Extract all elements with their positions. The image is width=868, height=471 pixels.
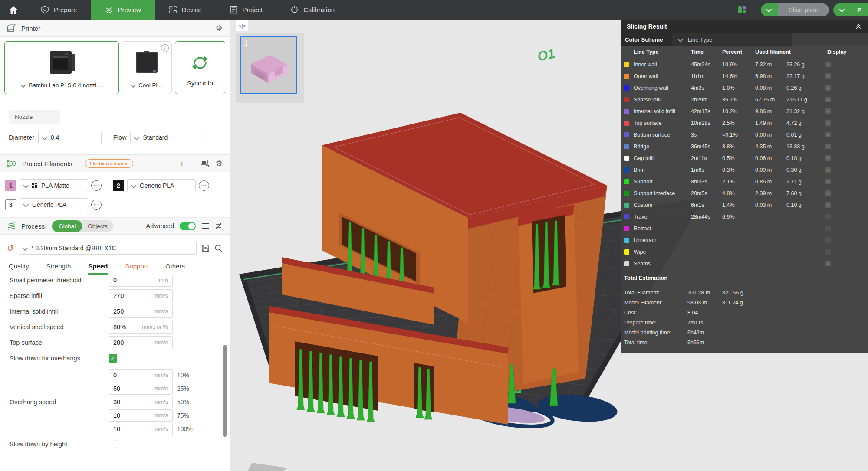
slice-options-dropdown[interactable] (761, 3, 778, 16)
setting-input-internal-solid-infill[interactable]: 250mm/s (108, 305, 173, 318)
filament-select[interactable]: Generic PLA (127, 179, 196, 192)
display-checkbox[interactable]: ✓ (825, 144, 831, 149)
filament-index-chip[interactable]: 1 (5, 180, 16, 191)
process-tab-strength[interactable]: Strength (46, 262, 71, 275)
filament-list: 1PLA Matte···2Generic PLA···3Generic PLA… (0, 172, 230, 217)
tab-calibration[interactable]: Calibration (276, 0, 349, 20)
tab-preview[interactable]: Preview (91, 0, 155, 20)
filament-select[interactable]: PLA Matte (20, 179, 88, 192)
collapse-panel-icon[interactable] (855, 24, 862, 29)
filament-options-button[interactable]: ··· (91, 180, 102, 191)
reset-preset-icon[interactable]: ↺ (7, 244, 14, 252)
nozzle-diameter-select[interactable]: 0.4 (38, 131, 102, 144)
filament-select[interactable]: Generic PLA (20, 198, 88, 211)
slice-plate-button[interactable]: Slice plate (778, 3, 829, 16)
info-icon[interactable]: i (161, 44, 169, 52)
tab-project[interactable]: Project (216, 0, 277, 20)
setting-input-vertical-shell-speed[interactable]: 80%mm/s or % (108, 321, 173, 334)
filament-options-button[interactable]: ··· (91, 200, 102, 210)
print-options-dropdown[interactable] (833, 3, 851, 16)
ams-sync-icon[interactable] (201, 160, 210, 167)
setting-input-small-perimeter-threshold[interactable]: 0mm (108, 275, 173, 287)
nozzle-flow-select[interactable]: Standard (130, 131, 204, 144)
display-checkbox[interactable]: ✓ (825, 179, 831, 184)
scope-global-option[interactable]: Global (52, 220, 82, 232)
setting-checkbox-slow-down-by-height[interactable] (108, 440, 117, 448)
sync-info-button[interactable]: Sync info (175, 41, 225, 94)
display-checkbox[interactable]: ✓ (825, 190, 831, 196)
filament-name: Generic PLA (140, 182, 174, 189)
display-checkbox[interactable]: ✓ (825, 120, 831, 126)
plate-thumbnail[interactable]: 1 (240, 36, 297, 94)
process-preset-select[interactable]: * 0.20mm Standard @BBL X1C (19, 242, 197, 255)
arrange-plates-icon[interactable] (737, 5, 746, 14)
remove-filament-button[interactable]: − (190, 160, 195, 168)
filament-options-button[interactable]: ··· (199, 180, 209, 191)
printer-cards: Bambu Lab P1S 0.4 nozzl... i Cool Pl... (0, 37, 230, 98)
printer-settings-gear-icon[interactable]: ⚙ (216, 24, 223, 32)
printer-card[interactable]: Bambu Lab P1S 0.4 nozzl... (4, 41, 119, 94)
display-checkbox[interactable]: ✓ (825, 85, 831, 91)
display-checkbox[interactable]: ✓ (825, 97, 831, 102)
display-checkbox[interactable] (825, 237, 831, 243)
color-scheme-select[interactable]: Line Type (672, 33, 792, 46)
display-checkbox[interactable]: ✓ (825, 155, 831, 161)
display-checkbox[interactable]: ✓ (825, 202, 831, 208)
line-type-table-header: Line Type Time Percent Used filament Dis… (621, 46, 868, 59)
line-type-weight: 0.10 g (786, 202, 819, 208)
line-type-swatch (624, 214, 629, 219)
display-checkbox[interactable]: ✓ (825, 132, 831, 137)
settings-scrollbar[interactable] (223, 345, 227, 437)
process-tab-support[interactable]: Support (125, 262, 148, 275)
overhang-speed-input[interactable]: 50mm/s (108, 383, 173, 395)
display-checkbox[interactable]: ✓ (825, 62, 831, 67)
flushing-volumes-button[interactable]: Flushing volumes (85, 159, 133, 168)
total-value-1: 6h49m (687, 330, 722, 336)
tab-device[interactable]: Device (155, 0, 216, 20)
filament-settings-gear-icon[interactable]: ⚙ (216, 160, 223, 167)
save-preset-icon[interactable] (201, 244, 210, 252)
line-type-row-bridge: Bridge36m45s8.8%4.35 m13.83 g✓ (621, 141, 868, 152)
overhang-speed-input[interactable]: 30mm/s (108, 396, 173, 408)
display-checkbox[interactable]: ✓ (825, 108, 831, 114)
overhang-speed-input[interactable]: 0mm/s (108, 369, 173, 381)
total-label: Model Filament: (624, 300, 687, 306)
3d-viewport[interactable]: PLA/ABS/PETGHOTSURFACEO1 <|> 1 Slicing R… (230, 20, 868, 471)
tab-prepare[interactable]: Prepare (27, 0, 91, 20)
line-type-length: 0.00 m (755, 132, 786, 138)
display-checkbox[interactable]: ✓ (825, 261, 831, 266)
setting-value: 50 (113, 385, 120, 392)
overhang-speed-input[interactable]: 10mm/s (108, 409, 173, 422)
display-checkbox[interactable] (825, 214, 831, 219)
print-plate-button[interactable]: P (851, 3, 868, 16)
display-checkbox[interactable]: ✓ (825, 73, 831, 79)
add-filament-button[interactable]: + (180, 160, 184, 168)
chevron-down-icon (134, 134, 140, 140)
parameter-list-icon[interactable] (201, 222, 209, 229)
filament-index-chip[interactable]: 2 (113, 180, 124, 191)
setting-checkbox-slow-down-for-overhangs[interactable]: ✓ (108, 354, 117, 363)
overhang-speed-input[interactable]: 10mm/s (108, 423, 173, 435)
advanced-toggle[interactable] (180, 222, 196, 230)
display-checkbox[interactable] (825, 226, 831, 231)
scope-objects-option[interactable]: Objects (82, 223, 113, 229)
build-plate-card[interactable]: i Cool Pl... (122, 41, 172, 94)
home-button[interactable] (0, 0, 27, 20)
display-checkbox[interactable] (825, 249, 831, 255)
process-preset-row: ↺ * 0.20mm Standard @BBL X1C (0, 235, 230, 260)
total-estimation-title: Total Estimation (621, 269, 868, 285)
setting-label: Top surface (10, 339, 108, 347)
filament-index-chip[interactable]: 3 (5, 199, 16, 210)
process-tab-others[interactable]: Others (165, 262, 185, 275)
sidebar-collapse-button[interactable]: <|> (236, 20, 248, 31)
setting-row-internal-solid-infill: Internal solid infill250mm/s (10, 304, 230, 319)
overhang-percent-label: 100% (177, 425, 193, 432)
process-tab-quality[interactable]: Quality (9, 262, 29, 275)
setting-input-sparse-infill[interactable]: 270mm/s (108, 289, 173, 302)
display-checkbox[interactable]: ✓ (825, 167, 831, 173)
line-type-length: 0.09 m (755, 167, 786, 173)
process-tab-speed[interactable]: Speed (88, 262, 108, 275)
setting-input-top-surface[interactable]: 200mm/s (108, 336, 173, 349)
search-icon[interactable] (214, 244, 223, 252)
compare-presets-icon[interactable] (215, 222, 223, 229)
